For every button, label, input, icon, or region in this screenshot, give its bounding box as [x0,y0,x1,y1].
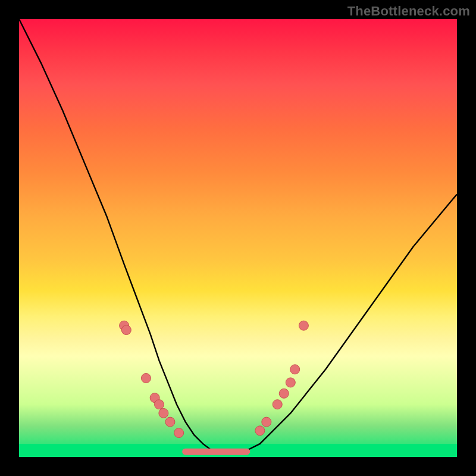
marker-left-4 [155,400,164,409]
marker-right-2 [273,400,282,409]
bottleneck-curve [19,19,457,453]
plot-area [19,19,457,457]
chart-container: TheBottleneck.com [0,0,476,476]
marker-right-1 [262,417,271,427]
marker-right-0 [255,426,265,436]
marker-right-6 [299,321,308,330]
marker-right-4 [286,378,295,387]
marker-right-5 [290,365,300,374]
watermark-text: TheBottleneck.com [347,4,470,19]
chart-svg [19,19,457,457]
marker-left-2 [141,374,151,383]
markers-right-group [255,321,309,436]
marker-left-1 [121,325,131,335]
marker-left-7 [174,428,184,438]
marker-right-3 [279,389,289,398]
marker-left-6 [165,417,175,427]
marker-left-5 [159,408,168,418]
